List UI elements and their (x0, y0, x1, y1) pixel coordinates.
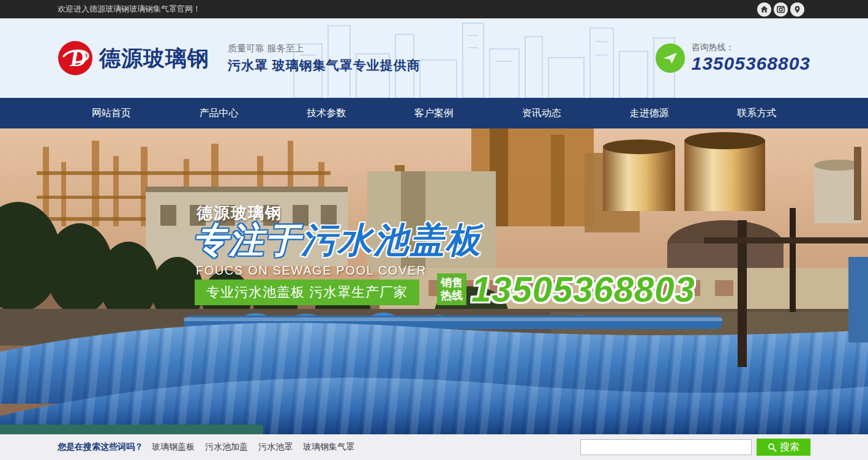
logo-text[interactable]: 德源玻璃钢 (99, 44, 209, 73)
paper-plane-icon (656, 43, 685, 73)
svg-text:D: D (69, 45, 86, 71)
welcome-text: 欢迎进入德源玻璃钢玻璃钢集气罩官网！ (58, 4, 201, 15)
keyword-link-1[interactable]: 玻璃钢盖板 (152, 442, 195, 453)
nav-item-products[interactable]: 产品中心 (165, 98, 273, 128)
location-icon[interactable] (790, 2, 804, 17)
camera-icon[interactable] (774, 2, 788, 17)
main-nav: 网站首页 产品中心 技术参数 客户案例 资讯动态 走进德源 联系方式 (0, 98, 868, 128)
site-header: D 德源玻璃钢 质量可靠 服务至上 污水罩 玻璃钢集气罩专业提供商 咨询热线： … (0, 18, 868, 98)
hero-subtitle-en: FOUCS ON SEWAGE POOL COVER (196, 264, 427, 278)
search-strip: 您是在搜索这些词吗？ 玻璃钢盖板 污水池加盖 污水池罩 玻璃钢集气罩 搜索 (0, 434, 868, 460)
nav-item-cases[interactable]: 客户案例 (380, 98, 488, 128)
hot-keywords: 玻璃钢盖板 污水池加盖 污水池罩 玻璃钢集气罩 (152, 442, 354, 453)
slogan-line1: 质量可靠 服务至上 (228, 43, 421, 54)
search-button-label: 搜索 (780, 441, 799, 454)
hero-photo (0, 128, 868, 434)
hero-title-main: 污水池盖板 (301, 220, 482, 259)
hotline-label: 咨询热线： (691, 42, 810, 53)
search-button[interactable]: 搜索 (757, 439, 810, 456)
nav-item-specs[interactable]: 技术参数 (272, 98, 380, 128)
keyword-link-3[interactable]: 污水池罩 (258, 442, 293, 453)
hero-banner: 德源玻璃钢 专注于污水池盖板 FOUCS ON SEWAGE POOL COVE… (0, 128, 868, 434)
top-bar: 欢迎进入德源玻璃钢玻璃钢集气罩官网！ (0, 0, 868, 18)
hero-tagline-banner: 专业污水池盖板 污水罩生产厂家 (195, 280, 419, 305)
nav-item-contact[interactable]: 联系方式 (703, 98, 810, 128)
sale-hotline-label: 销售 热线 (437, 273, 466, 305)
sale-hotline-number: 13505368803 (471, 272, 695, 307)
hero-sale-hotline: 销售 热线 13505368803 (437, 272, 695, 307)
header-slogan: 质量可靠 服务至上 污水罩 玻璃钢集气罩专业提供商 (228, 43, 421, 74)
magnifier-icon (768, 443, 777, 452)
hero-title: 专注于污水池盖板 (193, 217, 482, 264)
nav-item-home[interactable]: 网站首页 (58, 98, 165, 128)
keyword-link-2[interactable]: 污水池加盖 (205, 442, 248, 453)
hotline-number: 13505368803 (691, 53, 810, 74)
home-icon[interactable] (757, 2, 771, 17)
hero-title-prefix: 专注于 (193, 220, 301, 259)
nav-item-about[interactable]: 走进德源 (596, 98, 703, 128)
slogan-line2: 污水罩 玻璃钢集气罩专业提供商 (228, 57, 421, 74)
logo-icon[interactable]: D (58, 40, 93, 76)
nav-item-news[interactable]: 资讯动态 (488, 98, 596, 128)
social-icons (757, 2, 810, 17)
header-hotline: 咨询热线： 13505368803 (656, 42, 810, 74)
search-input[interactable] (580, 439, 752, 455)
keyword-link-4[interactable]: 玻璃钢集气罩 (303, 442, 354, 453)
search-prompt: 您是在搜索这些词吗？ (58, 442, 143, 453)
